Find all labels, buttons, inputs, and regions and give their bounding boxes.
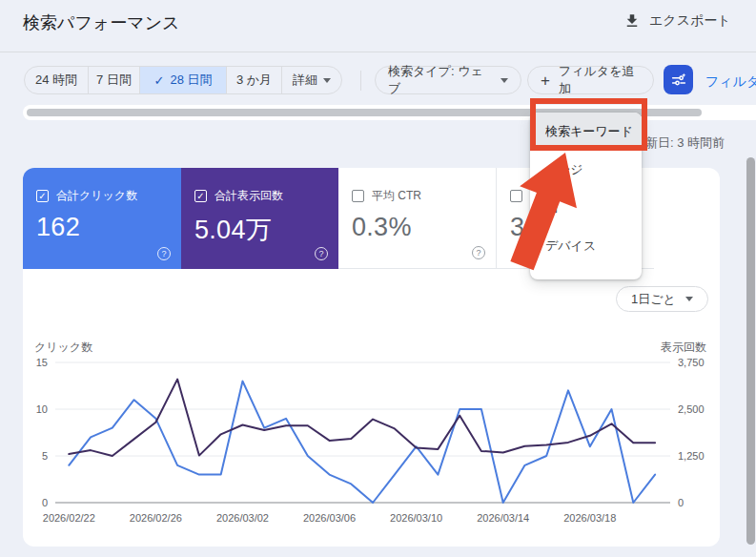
svg-text:3,750: 3,750: [678, 357, 705, 368]
checkbox-unchecked-icon[interactable]: [352, 190, 364, 202]
toolbar-separator: [360, 71, 361, 91]
range-7d-button[interactable]: 7 日間: [89, 67, 140, 93]
range-label: 28 日間: [170, 72, 212, 89]
svg-text:2026/03/10: 2026/03/10: [390, 512, 442, 524]
filter-link[interactable]: フィルタ: [705, 73, 756, 91]
page-title: 検索パフォーマンス: [23, 11, 180, 34]
metric-value: 0.3%: [352, 213, 482, 242]
metric-label: 合計表示回数: [215, 188, 283, 204]
svg-text:2026/03/02: 2026/03/02: [216, 512, 269, 524]
chevron-down-icon: [323, 78, 331, 83]
svg-text:2026/02/22: 2026/02/22: [43, 512, 95, 524]
svg-text:2026/03/06: 2026/03/06: [303, 512, 356, 524]
metric-card-average-ctr[interactable]: 平均 CTR 0.3% ?: [338, 168, 497, 269]
granularity-label: 1日ごと: [631, 291, 676, 308]
search-performance-page: 検索パフォーマンス エクスポート 24 時間 7 日間 ✓28 日間 3 か月 …: [0, 0, 756, 557]
range-label: 7 日間: [96, 72, 132, 89]
plus-icon: +: [541, 72, 550, 89]
checkbox-checked-icon[interactable]: ✓: [36, 190, 49, 202]
chevron-down-icon: [501, 78, 508, 83]
help-icon[interactable]: ?: [315, 247, 328, 260]
range-28d-button[interactable]: ✓28 日間: [140, 67, 227, 93]
menu-item-page[interactable]: ページ: [530, 151, 642, 189]
export-button[interactable]: エクスポート: [623, 12, 731, 30]
granularity-dropdown[interactable]: 1日ごと: [616, 286, 708, 312]
date-range-segmented-control: 24 時間 7 日間 ✓28 日間 3 か月 詳細: [24, 66, 342, 94]
performance-line-chart[interactable]: 153,750102,50051,250002026/02/222026/02/…: [23, 334, 720, 536]
add-filter-button[interactable]: + フィルタを追加: [527, 66, 654, 94]
vertical-scrollbar-thumb[interactable]: [746, 157, 755, 545]
download-icon: [623, 12, 641, 30]
header-divider: [0, 52, 756, 52]
svg-text:15: 15: [36, 357, 48, 368]
menu-item-device[interactable]: デバイス: [530, 227, 642, 265]
add-filter-label: フィルタを追加: [559, 63, 641, 97]
export-label: エクスポート: [649, 12, 731, 30]
svg-text:0: 0: [42, 497, 48, 508]
search-type-dropdown[interactable]: 検索タイプ: ウェブ: [375, 66, 521, 94]
metric-label: 合計クリック数: [56, 188, 137, 204]
metric-value: 5.04万: [194, 213, 325, 247]
range-label: 3 か月: [236, 72, 272, 89]
range-custom-button[interactable]: 詳細: [282, 67, 341, 93]
svg-text:2026/02/26: 2026/02/26: [130, 512, 182, 524]
svg-text:2026/03/18: 2026/03/18: [563, 512, 616, 524]
metric-card-total-impressions[interactable]: ✓ 合計表示回数 5.04万 ?: [181, 168, 338, 269]
checkbox-unchecked-icon[interactable]: [510, 190, 522, 202]
metric-value: 162: [36, 213, 168, 242]
metric-card-total-clicks[interactable]: ✓ 合計クリック数 162 ?: [23, 168, 181, 269]
range-label: 24 時間: [35, 72, 77, 89]
search-type-label: 検索タイプ: ウェブ: [388, 63, 492, 97]
range-label: 詳細: [293, 72, 317, 89]
tune-sparkle-icon: [670, 72, 687, 89]
svg-text:2,500: 2,500: [678, 403, 705, 415]
metric-label: 平均 CTR: [372, 188, 421, 204]
range-24h-button[interactable]: 24 時間: [25, 67, 89, 93]
help-icon[interactable]: ?: [472, 246, 485, 259]
annotation-highlight-box: [530, 98, 647, 151]
svg-text:1,250: 1,250: [678, 450, 705, 462]
filter-tune-button[interactable]: [664, 65, 693, 94]
svg-text:0: 0: [678, 497, 684, 508]
svg-text:10: 10: [36, 403, 48, 415]
svg-text:2026/03/14: 2026/03/14: [477, 512, 529, 524]
menu-item-country[interactable]: 国: [530, 189, 642, 227]
range-3m-button[interactable]: 3 か月: [227, 67, 282, 93]
check-icon: ✓: [154, 73, 165, 88]
last-updated-text: 更新日: 3 時間前: [633, 134, 740, 152]
chevron-down-icon: [685, 297, 693, 301]
help-icon[interactable]: ?: [157, 247, 171, 260]
svg-text:5: 5: [42, 450, 48, 462]
checkbox-checked-icon[interactable]: ✓: [194, 190, 207, 202]
